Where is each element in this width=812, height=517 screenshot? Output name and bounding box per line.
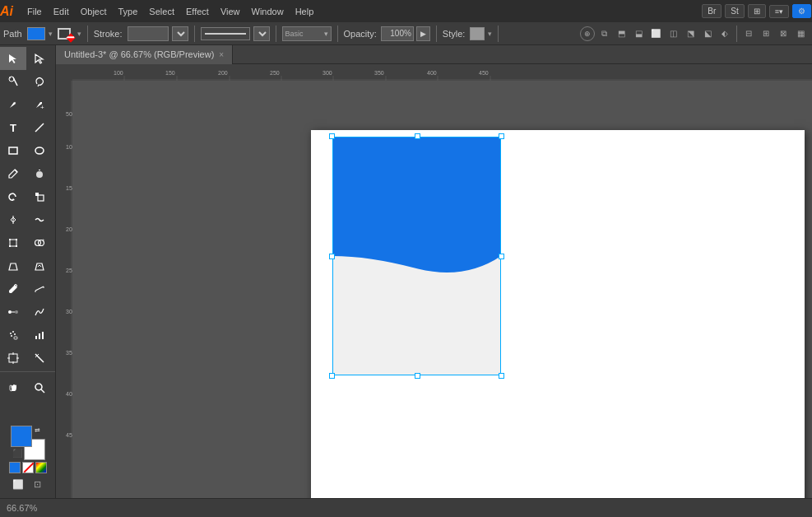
align-left[interactable]: ⬓ xyxy=(630,26,647,42)
rotate-tool[interactable] xyxy=(0,185,26,208)
width-tool[interactable] xyxy=(0,208,26,231)
align-center-v[interactable]: ⬕ xyxy=(699,26,716,42)
direct-selection-tool[interactable] xyxy=(26,47,53,70)
rect-tool[interactable] xyxy=(0,139,26,162)
document-tab[interactable]: Untitled-3* @ 66.67% (RGB/Preview) × xyxy=(56,45,233,64)
stroke-style-arrow[interactable] xyxy=(253,26,270,41)
slice-tool[interactable] xyxy=(26,347,53,370)
lasso-tool[interactable] xyxy=(26,70,53,93)
selection-tool[interactable] xyxy=(0,47,26,70)
svg-line-43 xyxy=(35,354,44,362)
tab-close-btn[interactable]: × xyxy=(219,50,224,59)
hand-tool[interactable] xyxy=(0,376,26,399)
arrange-btn1[interactable]: ⧉ xyxy=(596,26,612,42)
distribute-spacing[interactable]: ⊠ xyxy=(775,26,791,42)
svg-text:200: 200 xyxy=(66,226,72,232)
free-transform-tool[interactable] xyxy=(0,231,26,254)
menu-view[interactable]: View xyxy=(215,4,246,19)
fill-swatch-chip[interactable] xyxy=(11,426,32,447)
menu-help[interactable]: Help xyxy=(290,4,320,19)
zoom-tool[interactable] xyxy=(26,376,53,399)
vertical-ruler: 50 100 150 200 250 300 350 400 450 xyxy=(56,64,72,498)
gradient-swatch[interactable] xyxy=(35,462,47,473)
none-swatch[interactable] xyxy=(22,462,34,473)
svg-point-6 xyxy=(35,147,44,154)
blend-tool[interactable] xyxy=(0,300,26,324)
svg-rect-35 xyxy=(35,336,37,339)
stroke-unit-select[interactable] xyxy=(172,26,188,41)
menu-file[interactable]: File xyxy=(21,4,48,19)
status-bar: 66.67% xyxy=(0,498,812,517)
align-bottom[interactable]: ⬖ xyxy=(717,26,733,42)
scale-tool[interactable] xyxy=(26,185,53,208)
align-center-h[interactable]: ⬜ xyxy=(647,26,664,42)
align-top[interactable]: ⬔ xyxy=(682,26,698,42)
stock-btn[interactable]: St xyxy=(725,4,744,18)
perspective-tool[interactable] xyxy=(0,254,26,277)
canvas-viewport[interactable]: 100 150 200 250 300 350 400 450 xyxy=(56,64,812,498)
auto-trace-tool[interactable] xyxy=(26,300,53,324)
line-tool[interactable] xyxy=(26,116,53,139)
app-logo: Ai xyxy=(0,4,13,19)
stroke-indicator[interactable] xyxy=(56,26,74,41)
add-anchor-tool[interactable]: + xyxy=(26,93,53,116)
fill-swatch[interactable] xyxy=(27,27,45,40)
column-graph-tool[interactable] xyxy=(26,324,53,347)
graph-btn[interactable]: ▦ xyxy=(792,26,809,42)
stroke-style-selector[interactable] xyxy=(201,27,250,40)
svg-text:400: 400 xyxy=(66,391,72,397)
magic-wand-tool[interactable] xyxy=(0,70,26,93)
workspace-switch-btn[interactable]: ≡▾ xyxy=(769,5,789,18)
reset-colors-icon[interactable]: ⬛ xyxy=(12,449,22,459)
swap-fill-stroke-icon[interactable]: ⇄ xyxy=(35,426,44,436)
tool-row-4: T xyxy=(0,116,55,139)
variable-width-profile[interactable]: Basic ▾ xyxy=(282,26,332,41)
perspective-select-tool[interactable] xyxy=(26,254,53,277)
opacity-input[interactable] xyxy=(381,26,414,41)
style-swatch[interactable] xyxy=(470,27,485,40)
measure-tool[interactable] xyxy=(26,277,53,300)
blob-brush-tool[interactable] xyxy=(26,162,53,185)
artboard-tool[interactable] xyxy=(0,347,26,370)
shape-builder-tool[interactable]: + xyxy=(26,231,53,254)
tool-row-13 xyxy=(0,324,55,347)
svg-marker-22 xyxy=(35,263,44,270)
search-btn[interactable]: ⚙ xyxy=(792,4,811,18)
distribute-v[interactable]: ⊞ xyxy=(758,26,774,42)
distribute-h[interactable]: ⊟ xyxy=(740,26,757,42)
tool-row-12 xyxy=(0,300,55,324)
menu-effect[interactable]: Effect xyxy=(180,4,215,19)
opacity-expand[interactable]: ▶ xyxy=(416,26,430,41)
warp-tool[interactable] xyxy=(26,208,53,231)
symbol-spray-tool[interactable] xyxy=(0,324,26,347)
color-swatch[interactable] xyxy=(9,462,21,473)
menu-window[interactable]: Window xyxy=(246,4,290,19)
align-right[interactable]: ◫ xyxy=(665,26,681,42)
sep5 xyxy=(436,26,437,42)
align-icons-group: ⊕ ⧉ ⬒ ⬓ ⬜ ◫ ⬔ ⬕ ⬖ ⊟ ⊞ ⊠ ▦ xyxy=(580,26,809,42)
svg-rect-5 xyxy=(9,147,17,154)
opacity-controls: Opacity: ▶ xyxy=(344,26,430,41)
globe-icon[interactable]: ⊕ xyxy=(580,26,595,41)
svg-point-30 xyxy=(10,333,12,334)
pen-tool[interactable] xyxy=(0,93,26,116)
eyedropper-tool[interactable] xyxy=(0,277,26,300)
svg-text:250: 250 xyxy=(66,268,72,273)
arrange-btn2[interactable]: ⬒ xyxy=(613,26,629,42)
workspace-btn[interactable]: ⊞ xyxy=(748,4,766,18)
edit-artboard-icon[interactable]: ⊡ xyxy=(29,475,47,493)
tool-row-8 xyxy=(0,208,55,231)
menu-type[interactable]: Type xyxy=(113,4,144,19)
tool-row-3: + xyxy=(0,93,55,116)
menu-select[interactable]: Select xyxy=(143,4,180,19)
ellipse-tool[interactable] xyxy=(26,139,53,162)
svg-point-8 xyxy=(36,171,43,178)
menu-edit[interactable]: Edit xyxy=(48,4,75,19)
menu-object[interactable]: Object xyxy=(75,4,113,19)
type-tool[interactable]: T xyxy=(0,116,26,139)
stroke-weight-input[interactable] xyxy=(128,26,169,41)
bridge-btn[interactable]: Br xyxy=(702,4,722,18)
paintbrush-tool[interactable] xyxy=(0,162,26,185)
shape-object[interactable] xyxy=(332,137,501,375)
change-screen-mode-icon[interactable]: ⬜ xyxy=(9,475,27,493)
